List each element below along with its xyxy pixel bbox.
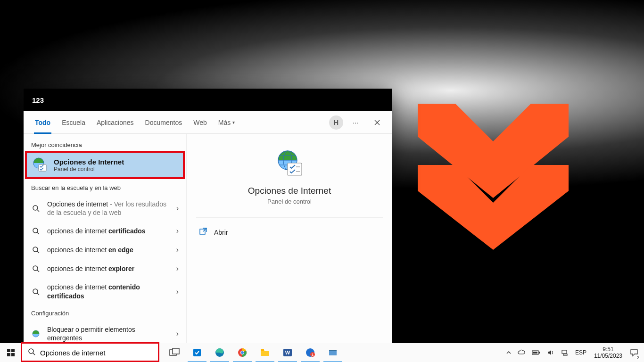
web-result-text: opciones de internet explorer: [47, 264, 170, 273]
task-view-button[interactable]: [163, 343, 186, 362]
chevron-right-icon: ›: [176, 288, 179, 296]
taskbar-search-box[interactable]: [22, 343, 158, 362]
open-action[interactable]: Abrir: [196, 222, 383, 242]
svg-rect-35: [329, 350, 337, 351]
svg-text:W: W: [285, 350, 290, 355]
svg-rect-40: [563, 354, 567, 355]
taskbar-search-container: [22, 343, 158, 362]
taskbar-app-edge[interactable]: [208, 343, 231, 362]
wallpaper-logo: [418, 104, 569, 250]
taskbar-app-generic[interactable]: [322, 343, 344, 362]
web-result-text: opciones de internet contenido certifica…: [47, 283, 170, 300]
svg-point-20: [29, 349, 33, 354]
close-button[interactable]: [368, 113, 387, 132]
taskbar-app-word[interactable]: W: [276, 343, 299, 362]
search-panel-title: 123: [32, 96, 44, 104]
web-result-4[interactable]: opciones de internet contenido certifica…: [24, 278, 186, 304]
clock-time: 9:51: [603, 346, 613, 353]
system-tray: ESP 9:51 11/05/2023 2: [504, 343, 644, 362]
taskbar: W 1 ESP 9:51 11/05/2023 2: [0, 343, 644, 362]
tab-web[interactable]: Web: [188, 111, 213, 134]
svg-rect-37: [539, 352, 540, 354]
web-result-3[interactable]: opciones de internet explorer ›: [24, 259, 186, 278]
best-match-item[interactable]: Opciones de Internet Panel de control: [26, 152, 183, 178]
web-result-text: opciones de internet certificados: [47, 227, 170, 235]
tray-clock[interactable]: 9:51 11/05/2023: [590, 346, 626, 360]
search-panel-titlebar: 123: [24, 89, 392, 111]
tab-apps[interactable]: Aplicaciones: [91, 111, 140, 134]
section-best-match: Mejor coincidencia: [24, 140, 186, 152]
result-preview-pane: Opciones de Internet Panel de control Ab…: [186, 134, 392, 343]
open-label: Abrir: [214, 229, 228, 236]
web-result-text: Opciones de internet - Ver los resultado…: [47, 200, 170, 217]
chevron-right-icon: ›: [176, 264, 179, 273]
svg-rect-39: [562, 350, 567, 354]
svg-rect-34: [329, 351, 337, 355]
internet-options-icon: [32, 157, 48, 173]
svg-point-5: [33, 247, 38, 252]
internet-options-large-icon: [274, 149, 305, 179]
start-button[interactable]: [0, 343, 22, 362]
tray-onedrive-icon[interactable]: [515, 343, 528, 362]
chevron-right-icon: ›: [176, 246, 179, 254]
svg-point-7: [33, 289, 38, 294]
svg-point-27: [241, 351, 244, 354]
tray-language[interactable]: ESP: [572, 343, 589, 362]
tab-all[interactable]: Todo: [29, 111, 56, 134]
tab-school[interactable]: Escuela: [56, 111, 91, 134]
svg-rect-16: [7, 349, 10, 352]
section-web-search: Buscar en la escuela y en la web: [24, 182, 186, 195]
divider: [196, 217, 383, 218]
taskbar-search-input[interactable]: [40, 349, 158, 357]
more-options-button[interactable]: ···: [346, 113, 365, 132]
clock-date: 11/05/2023: [594, 353, 622, 359]
taskbar-app-chrome[interactable]: [231, 343, 254, 362]
section-settings: Configuración: [24, 308, 186, 321]
svg-rect-23: [193, 349, 201, 356]
web-result-text: opciones de internet en edge: [47, 246, 170, 254]
best-match-subtitle: Panel de control: [54, 166, 124, 173]
search-icon: [31, 205, 41, 212]
start-search-panel: 123 Todo Escuela Aplicaciones Documentos…: [24, 89, 392, 343]
svg-rect-19: [11, 353, 15, 356]
settings-result-0[interactable]: Bloquear o permitir elementos emergentes…: [24, 321, 186, 343]
search-icon: [28, 348, 35, 357]
preview-subtitle: Panel de control: [267, 198, 312, 205]
results-list: Mejor coincidencia Opciones de Internet …: [24, 134, 186, 343]
settings-result-text: Bloquear o permitir elementos emergentes: [47, 325, 170, 342]
svg-point-4: [33, 228, 38, 233]
best-match-title: Opciones de Internet: [54, 158, 124, 166]
tray-overflow-icon[interactable]: [504, 343, 514, 362]
search-icon: [31, 288, 41, 296]
svg-rect-38: [533, 352, 537, 354]
taskbar-app-thunderbird[interactable]: 1: [299, 343, 322, 362]
svg-rect-18: [7, 353, 10, 356]
tab-more[interactable]: Más▾: [213, 111, 240, 134]
tab-documents[interactable]: Documentos: [140, 111, 188, 134]
open-icon: [199, 227, 207, 238]
taskbar-app-explorer[interactable]: [254, 343, 276, 362]
svg-point-3: [33, 206, 38, 210]
tray-network-icon[interactable]: [558, 343, 571, 362]
search-icon: [31, 227, 41, 235]
svg-rect-17: [11, 349, 15, 352]
web-result-1[interactable]: opciones de internet certificados ›: [24, 222, 186, 240]
preview-title: Opciones de Internet: [248, 186, 331, 196]
search-icon: [31, 265, 41, 272]
user-avatar[interactable]: H: [329, 115, 343, 130]
chevron-right-icon: ›: [176, 204, 179, 213]
chevron-right-icon: ›: [176, 329, 179, 338]
svg-rect-28: [261, 349, 264, 351]
search-icon: [31, 246, 41, 254]
globe-icon: [31, 329, 41, 338]
tray-volume-icon[interactable]: [544, 343, 557, 362]
tray-battery-icon[interactable]: [529, 343, 543, 362]
svg-text:1: 1: [312, 353, 314, 356]
taskbar-app-store[interactable]: [186, 343, 208, 362]
tray-action-center-icon[interactable]: 2: [627, 343, 641, 362]
search-tabs: Todo Escuela Aplicaciones Documentos Web…: [24, 111, 392, 134]
web-result-2[interactable]: opciones de internet en edge ›: [24, 240, 186, 259]
chevron-right-icon: ›: [176, 227, 179, 235]
web-result-0[interactable]: Opciones de internet - Ver los resultado…: [24, 195, 186, 222]
svg-rect-22: [173, 348, 179, 354]
